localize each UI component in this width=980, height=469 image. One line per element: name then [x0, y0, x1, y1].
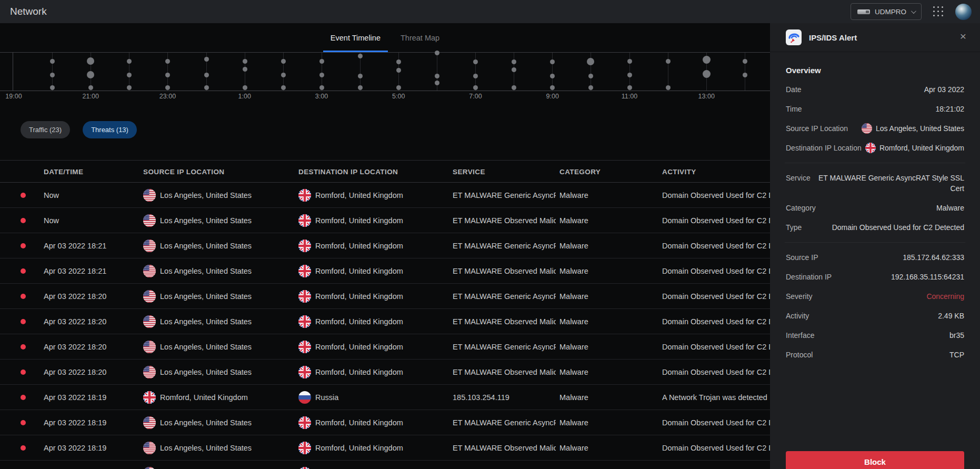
close-icon[interactable]: × [960, 31, 966, 42]
timeline-brush-left-edge[interactable] [13, 53, 13, 91]
tab-threat-map[interactable]: Threat Map [393, 23, 447, 52]
event-dot[interactable] [358, 85, 363, 90]
event-dot[interactable] [703, 56, 711, 64]
event-dot[interactable] [435, 81, 439, 85]
event-dot[interactable] [204, 73, 209, 77]
event-dot[interactable] [666, 85, 671, 90]
cell-source-location: Los Angeles, United States [143, 208, 291, 233]
tab-event-timeline[interactable]: Event Timeline [323, 23, 388, 52]
event-dot[interactable] [550, 85, 555, 90]
event-dot[interactable] [512, 67, 516, 72]
event-dot[interactable] [319, 59, 324, 64]
table-row[interactable]: Apr 03 2022 18:21Los Angeles, United Sta… [0, 233, 770, 258]
avatar[interactable] [955, 4, 972, 20]
event-dot[interactable] [50, 85, 55, 90]
event-dot[interactable] [435, 51, 439, 55]
event-dot[interactable] [627, 85, 632, 90]
cell-category: Malware [559, 309, 654, 334]
event-dot[interactable] [87, 57, 94, 65]
event-dot[interactable] [87, 71, 94, 78]
event-dot[interactable] [588, 74, 593, 78]
cell-service: ET MALWARE Generic AsyncRAT Style SSL Ce… [453, 284, 556, 309]
event-dot[interactable] [127, 73, 132, 77]
event-dot[interactable] [627, 59, 632, 64]
table-row[interactable]: Apr 03 2022 18:20Los Angeles, United Sta… [0, 309, 770, 334]
event-dot[interactable] [281, 73, 286, 77]
event-dot[interactable] [127, 85, 132, 90]
event-dot[interactable] [243, 85, 247, 90]
event-dot[interactable] [627, 73, 632, 77]
event-dot[interactable] [165, 73, 170, 77]
cell-datetime: Apr 03 2022 18:20 [44, 284, 138, 309]
cell-service: ET MALWARE Observed Malicious SSL Cert [453, 208, 556, 233]
event-dot[interactable] [50, 59, 55, 64]
event-dot[interactable] [204, 57, 209, 62]
event-dot[interactable] [50, 73, 55, 77]
event-dot[interactable] [435, 74, 439, 78]
table-row[interactable]: Apr 03 2022 18:21Los Angeles, United Sta… [0, 258, 770, 284]
event-dot[interactable] [743, 59, 747, 64]
event-dot[interactable] [550, 74, 555, 78]
table-row[interactable]: Apr 03 2022 18:19Romford, United Kingdom… [0, 385, 770, 410]
table-row[interactable]: Apr 03 2022 18:20Los Angeles, United Sta… [0, 284, 770, 309]
cell-category: Malware [559, 258, 654, 284]
block-button[interactable]: Block [786, 451, 964, 469]
field-value: Domain Observed Used for C2 Detected [802, 222, 964, 233]
event-dot[interactable] [396, 68, 401, 73]
event-dot[interactable] [358, 74, 363, 78]
cell-destination-location: Romford, United Kingdom [298, 410, 446, 435]
event-dot[interactable] [743, 73, 747, 77]
event-dot[interactable] [281, 85, 286, 90]
table-row[interactable]: Apr 03 2022 18:20Los Angeles, United Sta… [0, 360, 770, 385]
event-dot[interactable] [512, 85, 516, 90]
table-row[interactable]: NowLos Angeles, United StatesRomford, Un… [0, 183, 770, 208]
event-dot[interactable] [88, 85, 93, 90]
cell-datetime: Apr 03 2022 18:20 [44, 309, 138, 334]
apps-grid-icon[interactable] [933, 6, 944, 17]
event-dot[interactable] [473, 85, 478, 90]
event-dot[interactable] [127, 59, 132, 64]
column-header: SERVICE [453, 161, 485, 183]
filter-chip-threats[interactable]: Threats (13) [83, 121, 137, 138]
event-dot[interactable] [512, 59, 516, 64]
cell-source-location: Los Angeles, United States [143, 461, 291, 469]
console-selector[interactable]: UDMPRO [851, 3, 922, 20]
event-dot[interactable] [204, 85, 209, 90]
field-label: Protocol [786, 350, 813, 360]
flag-us-icon [143, 189, 156, 202]
timeline-column-line [745, 53, 745, 91]
cell-source-location: Los Angeles, United States [143, 435, 291, 461]
panel-title: IPS/IDS Alert [809, 33, 857, 42]
threat-severity-dot [21, 344, 26, 350]
event-dot[interactable] [319, 85, 324, 90]
table-row[interactable]: Apr 03 2022 18:20Los Angeles, United Sta… [0, 334, 770, 360]
flag-us-icon [143, 214, 156, 227]
event-dot[interactable] [243, 67, 247, 72]
event-dot[interactable] [473, 59, 478, 64]
event-dot[interactable] [165, 85, 170, 90]
event-dot[interactable] [550, 59, 555, 64]
event-dot[interactable] [588, 85, 593, 90]
table-row[interactable]: Apr 03 2022 18:19Los Angeles, United Sta… [0, 435, 770, 461]
event-dot[interactable] [703, 70, 711, 78]
event-dot[interactable] [666, 59, 671, 64]
field-value: Apr 03 2022 [802, 84, 964, 95]
table-row[interactable]: NowLos Angeles, United StatesRomford, Un… [0, 208, 770, 233]
event-dot[interactable] [358, 54, 363, 58]
filter-chip-traffic[interactable]: Traffic (23) [21, 121, 70, 138]
event-dot[interactable] [587, 58, 594, 65]
event-dot[interactable] [473, 74, 478, 78]
event-dot[interactable] [396, 85, 401, 90]
flag-us-icon [143, 366, 156, 378]
table-row[interactable]: Apr 03 2022 18:19Los Angeles, United Sta… [0, 461, 770, 469]
event-dot[interactable] [165, 59, 170, 64]
event-dot[interactable] [243, 59, 247, 64]
event-timeline-chart: 19:0021:0023:001:003:005:007:009:0011:00… [0, 53, 770, 107]
time-tick-label: 11:00 [614, 93, 645, 100]
cell-activity: Domain Observed Used for C2 Detected [662, 334, 770, 360]
table-row[interactable]: Apr 03 2022 18:19Los Angeles, United Sta… [0, 410, 770, 435]
event-dot[interactable] [281, 59, 286, 64]
console-label: UDMPRO [875, 8, 906, 16]
event-dot[interactable] [319, 73, 324, 77]
event-dot[interactable] [396, 59, 401, 64]
